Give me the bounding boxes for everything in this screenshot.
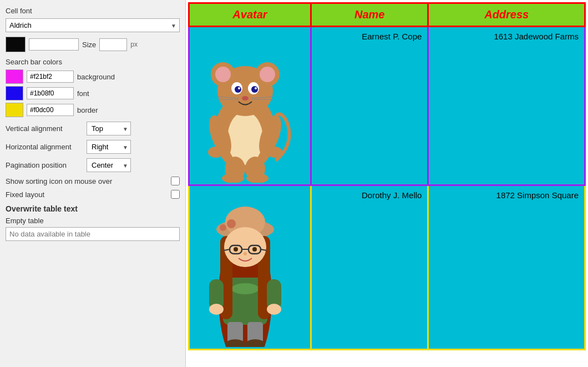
overwrite-title: Overwrite table text <box>6 204 180 213</box>
vertical-align-select[interactable]: Top Middle Bottom <box>87 122 131 135</box>
svg-point-46 <box>252 247 257 252</box>
pagination-wrapper[interactable]: Left Center Right <box>87 158 131 172</box>
empty-table-input[interactable] <box>6 227 180 241</box>
table-row: Dorothy J. Mello 1872 Simpson Square <box>189 185 585 350</box>
address-text-2: 1872 Simpson Square <box>429 186 584 204</box>
svg-point-47 <box>244 252 247 255</box>
name-cell-2: Dorothy J. Mello <box>311 185 428 350</box>
header-name: Name <box>311 3 428 27</box>
mabel-avatar <box>190 186 301 347</box>
fixed-layout-checkbox[interactable] <box>171 190 180 199</box>
cell-font-color-input[interactable]: #080808 <box>29 38 79 51</box>
table-row: Earnest P. Cope 1613 Jadewood Farms <box>189 27 585 185</box>
horizontal-align-label: Horizontal alignment <box>6 143 83 151</box>
cell-font-label: Cell font <box>6 7 180 15</box>
search-border-swatch[interactable] <box>6 103 23 117</box>
settings-panel: Cell font Aldrich Arial Verdana #080808 … <box>0 0 186 367</box>
horizontal-align-wrapper[interactable]: Left Center Right <box>87 140 131 154</box>
size-label: Size <box>82 41 96 49</box>
search-border-color-input[interactable] <box>27 104 74 116</box>
header-avatar: Avatar <box>189 3 311 27</box>
svg-point-9 <box>235 86 241 93</box>
svg-point-45 <box>234 247 238 252</box>
svg-point-12 <box>255 87 257 89</box>
show-sorting-checkbox[interactable] <box>171 177 180 185</box>
name-text-2: Dorothy J. Mello <box>312 186 427 204</box>
svg-point-35 <box>227 219 236 228</box>
table-header-row: Avatar Name Address <box>189 3 585 27</box>
preview-table: Avatar Name Address <box>188 2 586 350</box>
name-text-1: Earnest P. Cope <box>312 27 427 46</box>
table-preview-panel: Avatar Name Address <box>186 0 588 367</box>
search-bg-role: background <box>77 73 115 81</box>
vertical-align-wrapper[interactable]: Top Middle Bottom <box>87 122 131 135</box>
name-cell-1: Earnest P. Cope <box>311 27 428 185</box>
vertical-align-label: Vertical alignment <box>6 124 83 133</box>
search-font-color-input[interactable] <box>27 87 74 99</box>
svg-point-51 <box>267 304 281 315</box>
address-cell-1: 1613 Jadewood Farms <box>428 27 585 185</box>
avatar-cell-2 <box>189 185 311 350</box>
svg-point-50 <box>209 304 224 315</box>
search-bar-colors-label: Search bar colors <box>6 58 180 66</box>
svg-point-1 <box>227 112 263 165</box>
font-select[interactable]: Aldrich Arial Verdana <box>6 18 180 32</box>
pagination-label: Pagination position <box>6 161 83 169</box>
svg-point-28 <box>231 283 259 294</box>
address-text-1: 1613 Jadewood Farms <box>429 27 584 46</box>
svg-point-20 <box>208 147 224 158</box>
svg-point-13 <box>242 96 249 100</box>
svg-point-6 <box>260 67 275 82</box>
avatar-cell-1 <box>189 27 311 185</box>
search-font-swatch[interactable] <box>6 86 23 100</box>
show-sorting-label: Show sorting icon on mouse over <box>6 177 112 185</box>
font-select-wrapper[interactable]: Aldrich Arial Verdana <box>6 18 180 32</box>
font-size-input[interactable]: 15 <box>99 38 127 51</box>
search-border-role: border <box>77 106 98 114</box>
svg-point-10 <box>251 86 258 93</box>
svg-point-4 <box>215 67 231 82</box>
svg-point-11 <box>238 87 240 89</box>
svg-point-36 <box>220 224 226 231</box>
fixed-layout-label: Fixed layout <box>6 190 44 199</box>
jerry-avatar <box>190 27 301 183</box>
search-bg-swatch[interactable] <box>6 69 23 84</box>
px-label: px <box>130 41 138 48</box>
empty-table-label: Empty table <box>6 217 180 225</box>
pagination-select[interactable]: Left Center Right <box>87 158 131 172</box>
header-address: Address <box>428 3 585 27</box>
search-font-role: font <box>77 89 89 98</box>
cell-font-color-swatch[interactable] <box>6 37 26 52</box>
search-bg-color-input[interactable] <box>27 71 74 83</box>
address-cell-2: 1872 Simpson Square <box>428 185 585 350</box>
horizontal-align-select[interactable]: Left Center Right <box>87 140 131 154</box>
